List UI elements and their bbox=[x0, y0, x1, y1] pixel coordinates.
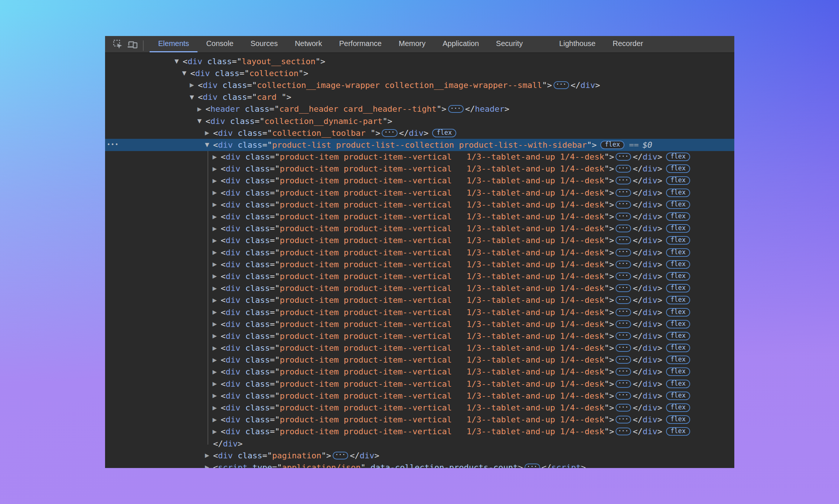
expand-children-button[interactable]: ··· bbox=[616, 249, 631, 256]
tree-row[interactable]: ▶<div class="product-item product-item--… bbox=[105, 342, 734, 354]
flex-badge[interactable]: flex bbox=[666, 212, 690, 221]
expand-children-button[interactable]: ··· bbox=[616, 261, 631, 268]
expand-arrow-icon[interactable]: ▶ bbox=[213, 213, 221, 220]
flex-badge[interactable]: flex bbox=[666, 189, 690, 197]
expand-children-button[interactable]: ··· bbox=[616, 236, 631, 244]
expand-children-button[interactable]: ··· bbox=[616, 344, 631, 352]
expand-children-button[interactable]: ··· bbox=[616, 153, 631, 161]
flex-badge[interactable]: flex bbox=[666, 272, 690, 281]
expand-arrow-icon[interactable]: ▶ bbox=[213, 237, 221, 244]
tree-row[interactable]: ▶<div class="product-item product-item--… bbox=[105, 402, 734, 413]
expand-arrow-icon[interactable]: ▶ bbox=[213, 189, 221, 196]
tree-row[interactable]: ▶<div class="product-item product-item--… bbox=[105, 199, 734, 210]
flex-badge[interactable]: flex bbox=[666, 284, 690, 292]
tab-recorder[interactable]: Recorder bbox=[604, 36, 652, 52]
flex-badge[interactable]: flex bbox=[666, 415, 690, 424]
flex-badge[interactable]: flex bbox=[666, 427, 690, 436]
tree-row[interactable]: ▶<div class="product-item product-item--… bbox=[105, 270, 734, 282]
tree-row[interactable]: ▶<div class="product-item product-item--… bbox=[105, 330, 734, 342]
tree-row[interactable]: ▶<div class="product-item product-item--… bbox=[105, 258, 734, 270]
tree-row[interactable]: ▶<div class="product-item product-item--… bbox=[105, 294, 734, 306]
tree-row[interactable]: ▼<div class="collection__dynamic-part"> bbox=[105, 115, 734, 127]
flex-badge[interactable]: flex bbox=[666, 176, 690, 185]
expand-arrow-icon[interactable]: ▶ bbox=[213, 309, 221, 315]
flex-badge[interactable]: flex bbox=[666, 236, 690, 245]
expand-arrow-icon[interactable]: ▶ bbox=[213, 405, 221, 411]
expand-arrow-icon[interactable]: ▶ bbox=[213, 428, 221, 435]
tab-memory[interactable]: Memory bbox=[390, 36, 434, 52]
expand-children-button[interactable]: ··· bbox=[616, 392, 631, 400]
expand-arrow-icon[interactable]: ▶ bbox=[213, 225, 221, 232]
tree-row[interactable]: ▶<div class="product-item product-item--… bbox=[105, 163, 734, 175]
expand-arrow-icon[interactable]: ▶ bbox=[213, 345, 221, 351]
flex-badge[interactable]: flex bbox=[666, 320, 690, 328]
collapse-arrow-icon[interactable]: ▼ bbox=[197, 118, 206, 124]
expand-children-button[interactable]: ··· bbox=[616, 272, 631, 280]
collapse-arrow-icon[interactable]: ▼ bbox=[205, 141, 213, 148]
tab-network[interactable]: Network bbox=[286, 36, 330, 52]
tree-row[interactable]: ▶<div class="product-item product-item--… bbox=[105, 210, 734, 222]
expand-arrow-icon[interactable]: ▶ bbox=[190, 82, 198, 88]
tab-application[interactable]: Application bbox=[434, 36, 487, 52]
tree-row[interactable]: ▶<div class="product-item product-item--… bbox=[105, 282, 734, 294]
tab-performance[interactable]: Performance bbox=[331, 36, 391, 52]
tree-row[interactable]: ▶<script type="application/json" data-co… bbox=[105, 461, 734, 468]
expand-children-button[interactable]: ··· bbox=[616, 404, 631, 412]
flex-badge[interactable]: flex bbox=[666, 392, 690, 400]
expand-arrow-icon[interactable]: ▶ bbox=[213, 249, 221, 256]
tree-row[interactable]: ▶<div class="product-item product-item--… bbox=[105, 390, 734, 402]
expand-arrow-icon[interactable]: ▶ bbox=[213, 166, 221, 172]
expand-children-button[interactable]: ··· bbox=[525, 464, 540, 468]
flex-badge[interactable]: flex bbox=[432, 129, 456, 137]
inspect-element-icon[interactable] bbox=[110, 37, 125, 51]
flex-badge[interactable]: flex bbox=[666, 367, 690, 376]
expand-children-button[interactable]: ··· bbox=[616, 201, 631, 209]
expand-children-button[interactable]: ··· bbox=[616, 380, 631, 388]
expand-arrow-icon[interactable]: ▶ bbox=[213, 273, 221, 279]
expand-arrow-icon[interactable]: ▶ bbox=[213, 416, 221, 423]
collapse-arrow-icon[interactable]: ▼ bbox=[174, 58, 183, 65]
flex-badge[interactable]: flex bbox=[666, 356, 690, 364]
expand-children-button[interactable]: ··· bbox=[616, 189, 631, 197]
flex-badge[interactable]: flex bbox=[666, 403, 690, 412]
expand-children-button[interactable]: ··· bbox=[616, 356, 631, 364]
expand-arrow-icon[interactable]: ▶ bbox=[213, 285, 221, 292]
tree-row[interactable]: ▶<div class="product-item product-item--… bbox=[105, 318, 734, 330]
expand-children-button[interactable]: ··· bbox=[616, 308, 631, 316]
tree-row[interactable]: ▶<div class="product-item product-item--… bbox=[105, 414, 734, 426]
expand-children-button[interactable]: ··· bbox=[616, 213, 631, 220]
tree-row[interactable]: ▼<div class="card "> bbox=[105, 91, 734, 103]
tab-console[interactable]: Console bbox=[197, 36, 242, 52]
collapse-arrow-icon[interactable]: ▼ bbox=[182, 70, 190, 76]
expand-arrow-icon[interactable]: ▶ bbox=[213, 369, 221, 375]
expand-arrow-icon[interactable]: ▶ bbox=[213, 154, 221, 160]
flex-badge[interactable]: flex bbox=[666, 224, 690, 233]
flex-badge[interactable]: flex bbox=[666, 332, 690, 340]
tree-row[interactable]: ▶<div class="product-item product-item--… bbox=[105, 378, 734, 390]
tree-row[interactable]: ▶<div class="product-item product-item--… bbox=[105, 223, 734, 235]
tree-row[interactable]: ▶<div class="product-item product-item--… bbox=[105, 175, 734, 187]
expand-arrow-icon[interactable]: ▶ bbox=[213, 201, 221, 208]
tree-row[interactable]: ▶<div class="product-item product-item--… bbox=[105, 235, 734, 246]
expand-children-button[interactable]: ··· bbox=[382, 129, 397, 137]
expand-children-button[interactable]: ··· bbox=[616, 225, 631, 232]
flex-badge[interactable]: flex bbox=[666, 164, 690, 173]
flex-badge[interactable]: flex bbox=[666, 260, 690, 269]
tree-row[interactable]: ▼<div class="collection"> bbox=[105, 67, 734, 79]
tab-elements[interactable]: Elements bbox=[150, 36, 197, 52]
tree-row[interactable]: ▶<div class="product-item product-item--… bbox=[105, 366, 734, 378]
tree-row[interactable]: ▼<div class="layout__section"> bbox=[105, 55, 734, 67]
expand-children-button[interactable]: ··· bbox=[616, 165, 631, 173]
row-options-icon[interactable]: ••• bbox=[107, 139, 119, 151]
expand-arrow-icon[interactable]: ▶ bbox=[213, 261, 221, 268]
expand-arrow-icon[interactable]: ▶ bbox=[205, 130, 213, 136]
flex-badge[interactable]: flex bbox=[666, 153, 690, 161]
tree-row-selected[interactable]: •••▼<div class="product-list product-lis… bbox=[105, 139, 734, 151]
tab-sources[interactable]: Sources bbox=[242, 36, 286, 52]
tree-row[interactable]: ▶<div class="product-item product-item--… bbox=[105, 306, 734, 318]
expand-children-button[interactable]: ··· bbox=[616, 368, 631, 376]
expand-children-button[interactable]: ··· bbox=[616, 284, 631, 292]
tab-security[interactable]: Security bbox=[487, 36, 531, 52]
tree-row[interactable]: ▶<div class="pagination">···</div> bbox=[105, 449, 734, 461]
toggle-device-toolbar-icon[interactable] bbox=[125, 37, 140, 51]
